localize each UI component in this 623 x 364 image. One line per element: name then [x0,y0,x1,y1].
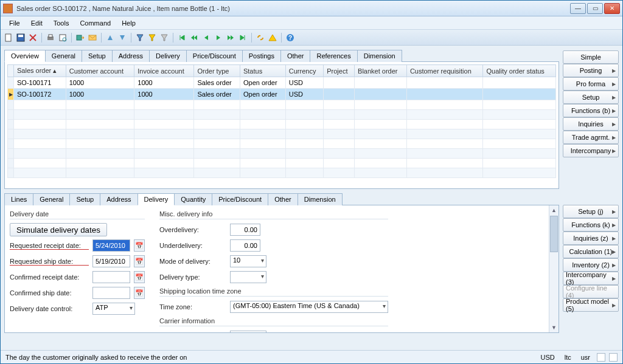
cell-type[interactable] [194,159,240,168]
cell-sales_order[interactable] [14,149,66,159]
column-header[interactable]: Sales order ▴ [14,65,66,77]
cell-status[interactable] [240,159,285,168]
cell-curr[interactable] [285,120,323,129]
cell-inv[interactable] [134,100,194,110]
cell-blanket[interactable] [355,77,407,89]
cell-quality[interactable] [483,89,556,100]
delivery-date-control-select[interactable]: ATP [92,303,135,315]
cell-inv[interactable] [134,168,194,178]
tab-delivery[interactable]: Delivery [149,50,187,62]
mode-of-delivery-select[interactable]: 10 [230,255,266,267]
tab-address[interactable]: Address [112,50,150,62]
filter-icon[interactable] [134,32,145,43]
cell-project[interactable] [324,120,355,129]
scroll-up-icon[interactable]: ▲ [549,205,559,215]
side-button-inventory[interactable]: Inventory (2)▶ [563,258,619,272]
cell-curr[interactable]: USD [285,89,323,100]
status-icon-1[interactable] [597,353,605,362]
side-button-inquiries-z[interactable]: Inquiries (z)▶ [563,232,619,245]
next-n-icon[interactable] [225,32,236,43]
cell-blanket[interactable] [355,139,407,149]
cell-sales_order[interactable]: SO-100171 [14,77,66,89]
column-header[interactable]: Blanket order [355,65,407,77]
table-row[interactable] [8,159,556,168]
cell-status[interactable] [240,120,285,129]
cell-blanket[interactable] [355,120,407,129]
cell-req[interactable] [406,129,483,139]
cell-type[interactable] [194,100,240,110]
menu-edit[interactable]: Edit [26,18,47,28]
cell-cust[interactable] [66,100,134,110]
tab-references[interactable]: References [310,50,357,62]
cell-project[interactable] [324,168,355,178]
cell-curr[interactable] [285,149,323,159]
side-button-setup[interactable]: Setup▶ [563,91,619,104]
calendar-icon[interactable]: 📅 [134,239,145,252]
cell-sales_order[interactable] [14,159,66,168]
column-header[interactable]: Project [324,65,355,77]
lower-tab-delivery[interactable]: Delivery [137,193,175,205]
cell-curr[interactable] [285,159,323,168]
cell-quality[interactable] [483,120,556,129]
cell-blanket[interactable] [355,129,407,139]
link-icon[interactable] [255,32,266,43]
column-header[interactable]: Customer requisition [406,65,483,77]
cell-req[interactable] [406,100,483,110]
cell-status[interactable] [240,100,285,110]
tab-other[interactable]: Other [280,50,311,62]
table-row[interactable] [8,168,556,178]
cell-status[interactable] [240,168,285,178]
cell-type[interactable] [194,139,240,149]
export-icon[interactable] [75,32,86,43]
calendar-icon[interactable]: 📅 [134,287,145,299]
help-icon[interactable]: ? [285,32,296,43]
side-button-calculation[interactable]: Calculation (1)▶ [563,245,619,258]
cell-sales_order[interactable] [14,100,66,110]
requested-receipt-input[interactable] [92,239,130,252]
cell-cust[interactable] [66,120,134,129]
side-button-posting[interactable]: Posting▶ [563,64,619,77]
side-button-functions-b[interactable]: Functions (b)▶ [563,104,619,117]
print-preview-icon[interactable] [57,32,68,43]
table-row[interactable] [8,129,556,139]
menu-help[interactable]: Help [117,18,141,28]
delivery-type-select[interactable] [230,271,266,283]
minimize-button[interactable]: — [570,3,586,14]
column-header[interactable]: Currency [285,65,323,77]
cell-req[interactable] [406,168,483,178]
cell-quality[interactable] [483,149,556,159]
cell-status[interactable] [240,149,285,159]
cell-cust[interactable] [66,149,134,159]
cell-cust[interactable] [66,139,134,149]
status-icon-2[interactable] [609,353,618,362]
save-icon[interactable] [15,32,26,43]
side-button-inquiries[interactable]: Inquiries▶ [563,117,619,131]
column-header[interactable]: Quality order status [483,65,556,77]
menu-tools[interactable]: Tools [49,18,74,28]
cell-type[interactable] [194,129,240,139]
cell-sales_order[interactable] [14,139,66,149]
lower-tab-setup[interactable]: Setup [69,193,100,205]
cell-status[interactable] [240,110,285,120]
lower-tab-general[interactable]: General [33,193,70,205]
cell-project[interactable] [324,100,355,110]
cell-req[interactable] [406,110,483,120]
cell-quality[interactable] [483,110,556,120]
column-header[interactable]: Status [240,65,285,77]
cell-quality[interactable] [483,139,556,149]
cell-req[interactable] [406,120,483,129]
prev-n-icon[interactable] [189,32,200,43]
table-row[interactable]: SO-10017210001000Sales orderOpen orderUS… [8,89,556,100]
cell-blanket[interactable] [355,100,407,110]
cell-cust[interactable] [66,168,134,178]
filter-by-field-icon[interactable] [147,32,158,43]
column-header[interactable]: Customer account [66,65,134,77]
cell-sales_order[interactable] [14,168,66,178]
cell-type[interactable] [194,149,240,159]
first-icon[interactable] [176,32,187,43]
side-button-intercompany[interactable]: Intercompany (3)▶ [563,272,619,285]
print-icon[interactable] [45,32,56,43]
cell-type[interactable] [194,168,240,178]
next-icon[interactable] [213,32,224,43]
cell-project[interactable] [324,77,355,89]
